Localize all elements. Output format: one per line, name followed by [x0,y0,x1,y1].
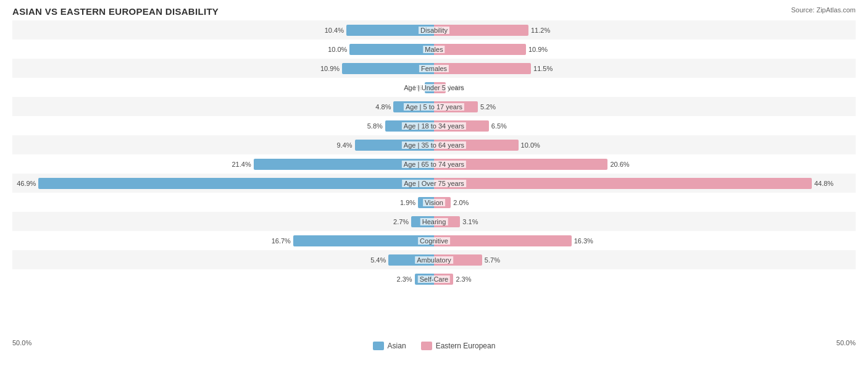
legend-asian: Asian [373,342,406,350]
asian-value: 10.9% [320,65,340,72]
asian-value: 5.8% [367,122,383,130]
asian-legend-label: Asian [388,342,406,350]
row-label: Vision [423,199,445,206]
row-label: Age | 65 to 74 years [402,161,466,168]
eastern-european-value: 11.2% [531,27,550,34]
row-label: Hearing [420,218,448,225]
eastern-european-value: 3.1% [462,218,478,225]
eastern-european-legend-label: Eastern European [436,342,496,350]
row-label: Ambulatory [415,256,453,264]
asian-value: 1.9% [400,199,415,206]
chart-container: ASIAN VS EASTERN EUROPEAN DISABILITY Sou… [0,0,868,378]
legend-eastern-european: Eastern European [421,342,496,350]
table-row: Cognitive16.7%16.3% [12,231,856,250]
asian-bar [349,44,434,55]
eastern-european-bar [434,44,526,55]
row-label: Cognitive [418,237,450,245]
table-row: Age | 35 to 64 years9.4%10.0% [12,135,856,154]
table-row: Vision1.9%2.0% [12,193,856,212]
eastern-european-value: 20.6% [610,161,629,168]
eastern-european-value: 2.0% [453,199,469,206]
eastern-european-value: 10.9% [528,46,548,53]
table-row: Disability10.4%11.2% [12,20,856,40]
table-row: Hearing2.7%3.1% [12,212,856,231]
table-row: Age | Over 75 years46.9%44.8% [12,174,856,193]
asian-value: 4.8% [375,103,391,111]
axis-left-label: 50.0% [12,339,31,350]
table-row: Age | 65 to 74 years21.4%20.6% [12,154,856,174]
table-row: Males10.0%10.9% [12,40,856,59]
row-label: Age | 18 to 34 years [402,122,466,130]
asian-value: 16.7% [272,237,291,245]
eastern-european-bar [434,235,572,246]
axis-bottom: 50.0% Asian Eastern European 50.0% [12,339,856,350]
eastern-european-value: 10.0% [521,141,540,149]
table-row: Ambulatory5.4%5.7% [12,250,856,269]
asian-bar [38,178,434,189]
row-label: Age | 35 to 64 years [402,141,466,149]
asian-value: 9.4% [337,141,353,149]
row-label: Age | Over 75 years [402,180,466,187]
asian-bar [293,235,434,246]
asian-value: 2.7% [393,218,409,225]
eastern-european-value: 5.7% [485,256,500,264]
asian-value: 2.3% [397,275,412,283]
row-label: Disability [419,27,449,34]
legend: Asian Eastern European [373,342,496,350]
chart-title: ASIAN VS EASTERN EUROPEAN DISABILITY [12,6,856,17]
row-label: Males [423,46,444,53]
eastern-european-value: 11.5% [533,65,553,72]
eastern-european-value: 5.2% [480,103,496,111]
row-label: Females [419,65,449,72]
source-label: Source: ZipAtlas.com [791,6,856,14]
row-label: Age | 5 to 17 years [404,103,464,111]
asian-legend-box [373,342,384,350]
table-row: Age | 5 to 17 years4.8%5.2% [12,97,856,116]
eastern-european-legend-box [421,342,432,350]
axis-right-label: 50.0% [837,339,856,350]
asian-value: 10.0% [328,46,347,53]
row-label: Age | Under 5 years [402,84,466,91]
asian-value: 5.4% [370,256,386,264]
eastern-european-value: 6.5% [491,122,507,130]
eastern-european-bar [434,178,812,189]
table-row: Age | Under 5 years1.1%1.4% [12,78,856,97]
table-row: Females10.9%11.5% [12,59,856,78]
asian-value: 10.4% [325,27,344,34]
eastern-european-value: 44.8% [814,180,833,187]
table-row: Self-Care2.3%2.3% [12,269,856,288]
chart-area: Disability10.4%11.2%Males10.0%10.9%Femal… [12,20,856,337]
asian-value: 46.9% [17,180,36,187]
eastern-european-value: 16.3% [574,237,593,245]
eastern-european-value: 2.3% [456,275,471,283]
row-label: Self-Care [418,275,450,283]
table-row: Age | 18 to 34 years5.8%6.5% [12,116,856,135]
asian-value: 21.4% [232,161,251,168]
